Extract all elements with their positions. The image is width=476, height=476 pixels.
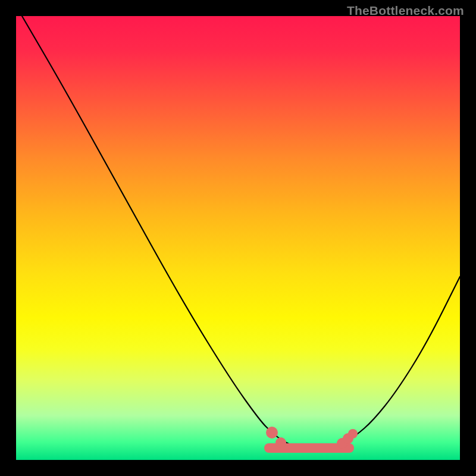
bottleneck-curve-svg xyxy=(16,16,460,460)
marker-dot xyxy=(275,437,286,448)
bottleneck-curve xyxy=(22,16,460,450)
marker-dot xyxy=(348,429,358,439)
watermark-text: TheBottleneck.com xyxy=(347,4,464,18)
chart-plot-area xyxy=(16,16,460,460)
marker-dot xyxy=(266,427,278,439)
